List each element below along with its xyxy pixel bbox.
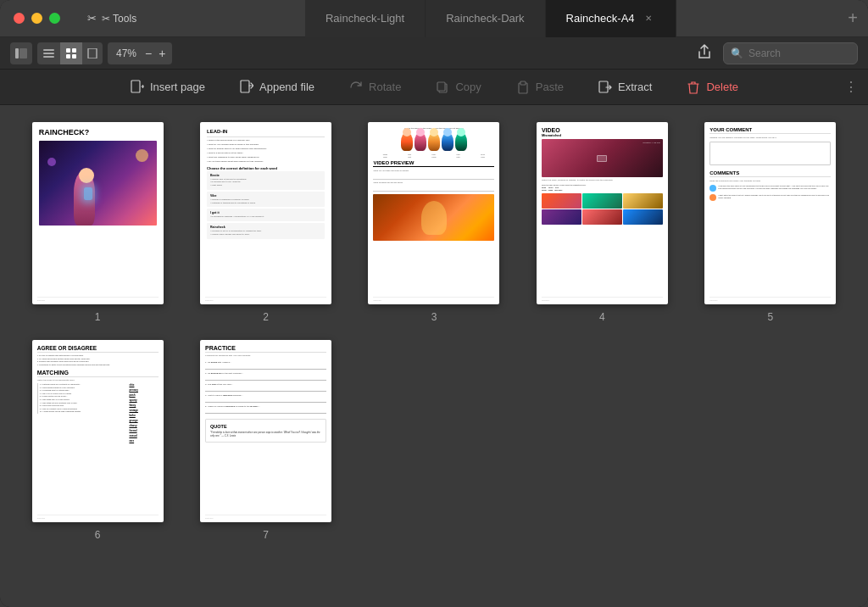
copy-icon	[435, 80, 450, 95]
page-item-1[interactable]: RAINCHECK?	[20, 122, 175, 323]
page-content-1: RAINCHECK?	[32, 122, 164, 304]
svg-rect-0	[15, 48, 19, 58]
search-input[interactable]	[748, 47, 850, 59]
page-content-6: AGREE OR DISAGREE 1. For this to operate…	[32, 340, 164, 522]
page-thumb-4[interactable]: VIDEO Mismatched Duration: 1:30 min Watc…	[537, 122, 668, 304]
sidebar-icon	[15, 48, 27, 58]
page-content-4: VIDEO Mismatched Duration: 1:30 min Watc…	[537, 122, 668, 304]
trash-icon	[687, 81, 699, 94]
pages-grid-row2: AGREE OR DISAGREE 1. For this to operate…	[20, 340, 848, 541]
svg-rect-6	[72, 48, 76, 53]
page-thumb-1[interactable]: RAINCHECK?	[32, 122, 164, 304]
sidebar-toggle-button[interactable]	[10, 42, 32, 64]
copy-button: Copy	[428, 76, 487, 98]
rotate-svg-icon	[349, 81, 363, 94]
page-number-1: 1	[95, 311, 101, 323]
empty-slot-5	[693, 340, 848, 541]
tabs-container: Raincheck-Light Raincheck-Dark Raincheck…	[143, 0, 837, 37]
minimize-button[interactable]	[31, 13, 42, 24]
page-item-6[interactable]: AGREE OR DISAGREE 1. For this to operate…	[20, 340, 175, 541]
page-number-2: 2	[263, 311, 269, 323]
grid-view-button[interactable]	[60, 42, 82, 64]
tab-raincheck-dark[interactable]: Raincheck-Dark	[426, 0, 545, 37]
paste-icon	[515, 80, 531, 95]
page-number-6: 6	[95, 529, 101, 541]
tools-menu[interactable]: ✂ ✂ Tools	[81, 8, 143, 28]
page-item-5[interactable]: YOUR COMMENT Imagine you are writing a c…	[693, 122, 848, 323]
more-actions-icon[interactable]: ⋮	[844, 79, 858, 95]
page1-footer: Raincheck	[37, 297, 159, 301]
tab-close-button[interactable]: ✕	[642, 12, 655, 25]
page-content-2: LEAD-IN • Which of the words below is a …	[200, 122, 331, 304]
empty-slot-4	[525, 340, 679, 541]
pages-grid-row1: RAINCHECK?	[20, 122, 848, 323]
svg-rect-4	[43, 56, 54, 58]
svg-rect-2	[43, 49, 54, 51]
svg-rect-11	[241, 81, 249, 92]
page-content-7: PRACTICE Complete the sentences with you…	[200, 340, 331, 522]
page-view-icon	[87, 48, 97, 58]
tab-raincheck-light[interactable]: Raincheck-Light	[305, 0, 426, 37]
zoom-in-button[interactable]: +	[157, 45, 167, 62]
svg-rect-8	[72, 54, 76, 58]
list-view-icon	[43, 48, 54, 58]
page-view-button[interactable]	[82, 42, 103, 64]
svg-rect-13	[437, 82, 445, 91]
svg-rect-9	[88, 48, 97, 58]
svg-rect-10	[131, 81, 140, 92]
titlebar: ✂ ✂ Tools Raincheck-Light Raincheck-Dark…	[0, 0, 868, 37]
rotate-icon	[348, 80, 364, 95]
page-number-7: 7	[263, 529, 269, 541]
zoom-out-button[interactable]: −	[143, 45, 153, 62]
list-view-button[interactable]	[37, 42, 60, 64]
share-button[interactable]	[693, 44, 716, 63]
page-item-2[interactable]: LEAD-IN • Which of the words below is a …	[188, 122, 342, 323]
page-item-3[interactable]: Match the words to the suffix. Which two…	[357, 122, 511, 323]
paste-button: Paste	[509, 76, 570, 98]
page-thumb-2[interactable]: LEAD-IN • Which of the words below is a …	[200, 122, 331, 304]
extract-button[interactable]: Extract	[591, 76, 659, 98]
page-item-4[interactable]: VIDEO Mismatched Duration: 1:30 min Watc…	[525, 122, 679, 323]
paste-svg-icon	[516, 81, 530, 94]
page1-image	[39, 141, 157, 226]
insert-page-icon	[130, 80, 145, 95]
insert-page-button[interactable]: Insert page	[123, 76, 212, 98]
toolbar-left: 47% − +	[10, 42, 172, 64]
page-thumb-7[interactable]: PRACTICE Complete the sentences with you…	[200, 340, 331, 522]
search-box: 🔍	[723, 42, 858, 64]
view-toggle	[37, 42, 103, 64]
grid-view-icon	[66, 48, 76, 58]
rotate-button: Rotate	[342, 76, 408, 98]
page-number-3: 3	[431, 311, 437, 323]
menu-section: ✂ ✂ Tools	[74, 8, 143, 28]
extract-icon	[598, 80, 613, 95]
delete-button[interactable]: Delete	[679, 76, 745, 98]
zoom-level: 47%	[113, 47, 140, 59]
app-window: ✂ ✂ Tools Raincheck-Light Raincheck-Dark…	[0, 0, 868, 607]
actions-bar: Insert page Append file Rotate	[0, 70, 868, 105]
tab-raincheck-a4[interactable]: Raincheck-A4 ✕	[546, 0, 676, 37]
traffic-lights	[0, 13, 74, 24]
page1-title: RAINCHECK?	[39, 129, 157, 137]
append-file-button[interactable]: Append file	[232, 76, 321, 98]
close-button[interactable]	[14, 13, 25, 24]
extract-svg-icon	[598, 81, 612, 94]
new-tab-button[interactable]: +	[837, 0, 868, 37]
page-item-7[interactable]: PRACTICE Complete the sentences with you…	[188, 340, 342, 541]
page-thumb-5[interactable]: YOUR COMMENT Imagine you are writing a c…	[704, 122, 836, 304]
toolbar: 47% − + 🔍	[0, 37, 868, 70]
svg-rect-1	[19, 48, 27, 58]
share-icon	[698, 44, 711, 59]
page-number-5: 5	[767, 311, 773, 323]
scissors-icon: ✂	[87, 12, 97, 25]
content-area[interactable]: RAINCHECK?	[0, 105, 868, 607]
page-thumb-6[interactable]: AGREE OR DISAGREE 1. For this to operate…	[32, 340, 164, 522]
zoom-control: 47% − +	[108, 42, 172, 64]
svg-rect-15	[520, 81, 526, 85]
page-plus-icon	[131, 80, 144, 95]
maximize-button[interactable]	[49, 13, 60, 24]
file-append-icon	[240, 80, 253, 95]
page-thumb-3[interactable]: Match the words to the suffix. Which two…	[368, 122, 499, 304]
delete-icon	[686, 80, 701, 95]
page-number-4: 4	[599, 311, 605, 323]
